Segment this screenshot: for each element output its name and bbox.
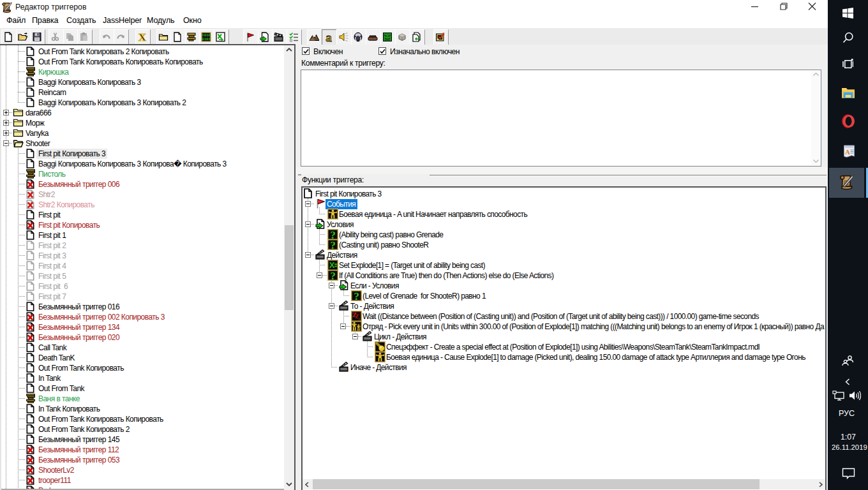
svg-text:0101: 0101 (202, 37, 211, 41)
svg-text:X: X (138, 32, 146, 42)
svg-text:a: a (326, 32, 332, 42)
svg-text:A: A (845, 148, 850, 156)
